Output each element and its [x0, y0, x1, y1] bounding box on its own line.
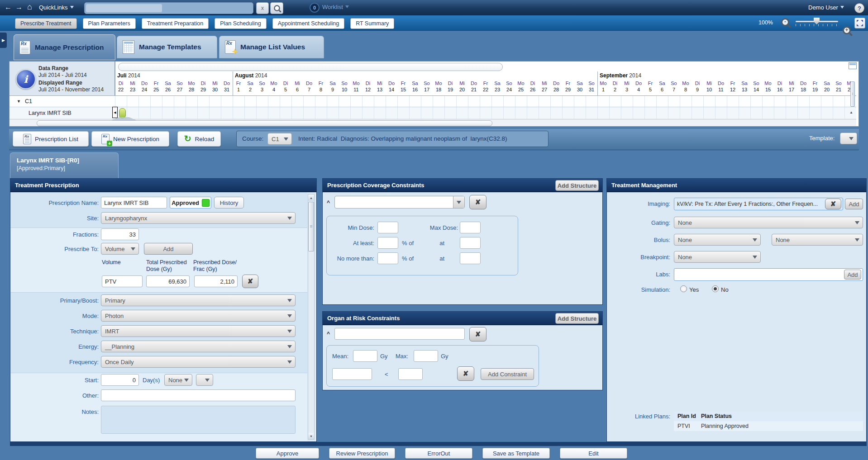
total-dose-input[interactable]: 69,630: [146, 275, 190, 287]
add-constraint-button[interactable]: Add Constraint: [481, 368, 534, 380]
approve-button[interactable]: Approve: [256, 448, 319, 459]
site-dropdown[interactable]: Laryngopharynx: [101, 212, 296, 224]
add-structure-button[interactable]: Add Structure: [555, 313, 599, 324]
remove-volume-button[interactable]: ✘: [242, 275, 258, 288]
new-prescription-button[interactable]: Rx+ New Prescription: [91, 131, 169, 147]
calendar-window-icon[interactable]: [849, 62, 857, 69]
breakpoint-dropdown[interactable]: None: [674, 251, 761, 263]
primary-boost-dropdown[interactable]: Primary: [101, 294, 296, 306]
home-icon[interactable]: ⌂: [27, 2, 32, 11]
remove-structure-button[interactable]: ✘: [469, 327, 486, 341]
fullscreen-icon[interactable]: [854, 18, 865, 28]
no-more-dose-input[interactable]: [460, 252, 481, 264]
energy-dropdown[interactable]: __Planning: [101, 341, 296, 352]
add-labs-button[interactable]: Add: [844, 270, 861, 280]
tab-manage-list-values[interactable]: Rx Manage List Values: [219, 36, 324, 58]
zoom-slider-handle[interactable]: [814, 18, 820, 24]
scheduler-vertical-scrollbar[interactable]: [850, 81, 855, 107]
dropdown-button[interactable]: [453, 196, 464, 208]
at-least-dose-input[interactable]: [460, 237, 481, 249]
bolus-dropdown-1[interactable]: None: [674, 234, 761, 246]
prescription-list-button[interactable]: Rx Prescription List: [13, 131, 89, 147]
timeline-left-handle[interactable]: ◀: [112, 107, 118, 118]
linked-plan-row[interactable]: PTVIPlanning Approved: [674, 421, 863, 431]
at-least-pct-input[interactable]: [377, 237, 398, 249]
add-structure-button[interactable]: Add Structure: [555, 180, 599, 191]
reload-button[interactable]: ↻ Reload: [177, 131, 221, 147]
other-input[interactable]: [101, 389, 296, 401]
scrollbar-thumb[interactable]: [308, 202, 314, 251]
start-extra-dropdown[interactable]: [196, 374, 213, 386]
add-volume-button[interactable]: Add: [144, 243, 193, 255]
frequency-dropdown[interactable]: Once Daily: [101, 356, 296, 368]
tree-expanded-icon[interactable]: ▼: [17, 99, 21, 104]
scroll-up-button[interactable]: ▲: [308, 194, 314, 201]
simulation-no-radio[interactable]: [712, 285, 719, 292]
collapse-icon[interactable]: ^: [327, 199, 330, 206]
custom-constraint-input[interactable]: [332, 368, 372, 380]
course-dropdown[interactable]: C1: [267, 133, 292, 145]
forward-icon[interactable]: →: [15, 3, 23, 12]
sidebar-expand-button[interactable]: ▶: [0, 33, 7, 48]
search-button[interactable]: [270, 2, 283, 14]
tab-manage-prescription[interactable]: Rx Manage Prescription: [14, 34, 115, 60]
mode-dropdown[interactable]: Photon: [101, 310, 296, 322]
template-dropdown[interactable]: [840, 133, 857, 144]
nav-tab-treatment-preparation[interactable]: Treatment Preparation: [142, 18, 209, 29]
history-button[interactable]: History: [214, 197, 244, 209]
labs-input[interactable]: [674, 268, 863, 281]
panel-vertical-scrollbar[interactable]: ▲ ▼: [308, 194, 315, 440]
prescription-tab[interactable]: Larynx IMRT SIB-[R0] [Approved:Primary]: [10, 152, 119, 178]
constraint-value-input[interactable]: [398, 368, 423, 380]
remove-structure-button[interactable]: ✘: [469, 195, 486, 209]
timeline-horizontal-scrollbar[interactable]: [37, 120, 492, 126]
back-icon[interactable]: ←: [5, 3, 12, 12]
days-dropdown[interactable]: None: [164, 374, 192, 386]
add-imaging-button[interactable]: Add: [845, 199, 863, 209]
mean-input[interactable]: [353, 350, 377, 362]
save-as-template-button[interactable]: Save as Template: [482, 448, 550, 459]
nav-tab-prescribe-treatment[interactable]: Prescribe Treatment: [15, 18, 77, 29]
volume-input[interactable]: PTV: [102, 275, 143, 287]
bolus-dropdown-2[interactable]: None: [772, 234, 863, 246]
worklist-menu[interactable]: Worklist: [322, 4, 349, 10]
nav-tab-plan-scheduling[interactable]: Plan Scheduling: [215, 18, 266, 29]
user-menu[interactable]: Demo User: [808, 3, 844, 12]
nav-tab-rt-summary[interactable]: RT Summary: [350, 18, 394, 29]
collapse-icon[interactable]: ^: [327, 331, 330, 337]
edit-button[interactable]: Edit: [560, 448, 627, 459]
imaging-field[interactable]: kV/kV: Pre Tx: After Every 1 Fractions:,…: [674, 198, 843, 210]
prescription-tree-row[interactable]: Larynx IMRT SIB: [10, 107, 856, 119]
gating-dropdown[interactable]: None: [674, 217, 863, 228]
notes-textarea[interactable]: [101, 406, 296, 434]
zoom-out-icon[interactable]: -: [781, 18, 789, 26]
oar-structure-input[interactable]: [334, 328, 465, 340]
prescribe-to-dropdown[interactable]: Volume: [101, 243, 139, 255]
zoom-in-icon[interactable]: +: [843, 26, 851, 34]
prescription-timeline-marker[interactable]: [119, 108, 126, 119]
coverage-structure-combobox[interactable]: [334, 196, 465, 209]
scroll-up-icon[interactable]: ▲: [849, 110, 853, 114]
course-tree-row[interactable]: ▼ C1: [10, 95, 856, 107]
review-prescription-button[interactable]: Review Prescription: [329, 448, 395, 459]
fractions-input[interactable]: 33: [101, 228, 139, 240]
technique-dropdown[interactable]: IMRT: [101, 325, 296, 337]
prescription-name-input[interactable]: Larynx IMRT SIB: [101, 197, 167, 209]
nav-tab-appointment-scheduling[interactable]: Appointment Scheduling: [272, 18, 345, 29]
clear-search-button[interactable]: x: [256, 2, 269, 14]
tab-manage-templates[interactable]: Manage Templates: [117, 36, 217, 58]
remove-imaging-button[interactable]: ✘: [825, 199, 841, 209]
scroll-down-button[interactable]: ▼: [308, 433, 314, 439]
search-input[interactable]: [86, 4, 162, 12]
start-input[interactable]: 0: [101, 374, 139, 386]
max-dose-input[interactable]: [460, 222, 481, 233]
errorout-button[interactable]: ErrorOut: [405, 448, 472, 459]
help-button[interactable]: ?: [854, 3, 864, 13]
simulation-yes-radio[interactable]: [680, 285, 687, 292]
max-input[interactable]: [414, 350, 438, 362]
min-dose-input[interactable]: [377, 222, 398, 233]
remove-constraint-button[interactable]: ✘: [457, 366, 474, 381]
timeline-range-slider[interactable]: [118, 63, 503, 71]
quicklinks-menu[interactable]: QuickLinks: [39, 3, 74, 12]
nav-tab-plan-parameters[interactable]: Plan Parameters: [83, 18, 136, 29]
